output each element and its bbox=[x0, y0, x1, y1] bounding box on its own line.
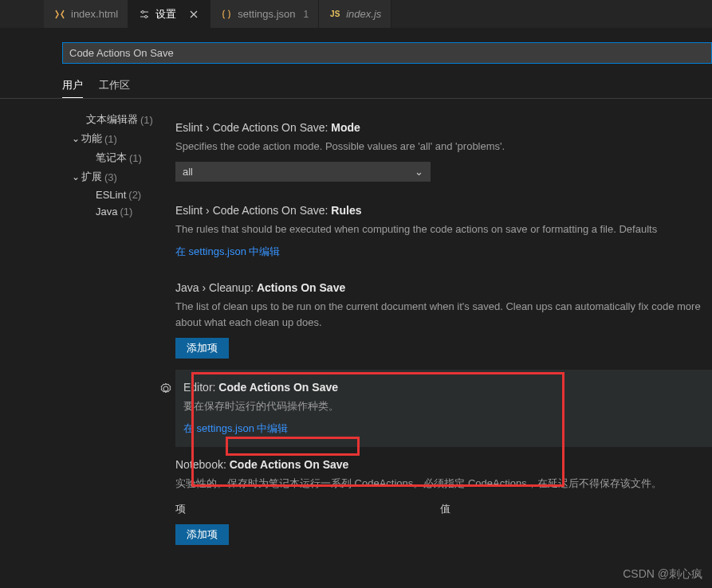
tab-user[interactable]: 用户 bbox=[62, 73, 83, 98]
search-input[interactable] bbox=[62, 42, 712, 64]
sidebar-item-eslint[interactable]: ESLint (2) bbox=[72, 186, 159, 203]
count-badge: (2) bbox=[128, 189, 141, 201]
gear-icon[interactable] bbox=[159, 382, 172, 395]
settings-list: Eslint › Code Actions On Save: Mode Spec… bbox=[159, 110, 712, 556]
sidebar-item-extensions[interactable]: ⌄ 扩展 (3) bbox=[72, 167, 159, 186]
sidebar-item-label: 文本编辑器 bbox=[86, 112, 138, 127]
js-icon: JS bbox=[328, 8, 341, 21]
sliders-icon bbox=[138, 8, 151, 21]
sidebar-item-label: 扩展 bbox=[81, 170, 102, 184]
settings-tree: 文本编辑器 (1) ⌄ 功能 (1) 笔记本 (1) ⌄ 扩展 (3) ESLi… bbox=[0, 110, 159, 556]
tabs-spacer bbox=[0, 0, 44, 28]
setting-title: Eslint › Code Actions On Save: Rules bbox=[175, 204, 704, 217]
setting-title: Eslint › Code Actions On Save: Mode bbox=[175, 121, 704, 134]
tab-label: index.js bbox=[346, 8, 381, 20]
count-badge: (1) bbox=[129, 152, 142, 164]
sidebar-item-java[interactable]: Java (1) bbox=[72, 203, 159, 220]
tab-label: index.html bbox=[71, 8, 118, 20]
setting-description: Specifies the code action mode. Possible… bbox=[175, 139, 704, 155]
tab-label: settings.json bbox=[238, 8, 295, 20]
setting-editor-code-actions: Editor: Code Actions On Save 要在保存时运行的代码操… bbox=[175, 370, 712, 447]
edit-in-settings-json-link[interactable]: 在 settings.json 中编辑 bbox=[183, 422, 289, 434]
setting-description: The list of clean ups to be run on the c… bbox=[175, 299, 704, 332]
tab-settings[interactable]: 设置 bbox=[128, 0, 210, 28]
watermark: CSDN @刺心疯 bbox=[623, 567, 702, 582]
settings-scope-tabs: 用户 工作区 bbox=[0, 73, 712, 99]
editor-tabs-bar: index.html 设置 settings.json 1 JS index.j… bbox=[0, 0, 712, 28]
mode-dropdown[interactable]: all ⌄ bbox=[175, 162, 431, 182]
chevron-down-icon: ⌄ bbox=[72, 133, 81, 144]
setting-eslint-mode: Eslint › Code Actions On Save: Mode Spec… bbox=[175, 110, 712, 193]
setting-description: 实验性的。保存时为笔记本运行一系列 CodeActions。必须指定 CodeA… bbox=[175, 476, 704, 492]
count-badge: (1) bbox=[140, 114, 153, 126]
col-value: 值 bbox=[440, 499, 705, 519]
tab-index-html[interactable]: index.html bbox=[44, 0, 128, 28]
setting-description: The rules that should be executed when c… bbox=[175, 221, 704, 238]
dropdown-value: all bbox=[183, 166, 193, 178]
html-icon bbox=[53, 8, 66, 21]
sidebar-item-label: ESLint bbox=[96, 189, 126, 201]
tab-index-js[interactable]: JS index.js bbox=[319, 0, 391, 28]
chevron-down-icon: ⌄ bbox=[72, 171, 81, 182]
tab-workspace[interactable]: 工作区 bbox=[99, 73, 130, 98]
setting-description: 要在保存时运行的代码操作种类。 bbox=[183, 398, 704, 415]
setting-eslint-rules: Eslint › Code Actions On Save: Rules The… bbox=[175, 193, 712, 270]
sidebar-item-features[interactable]: ⌄ 功能 (1) bbox=[72, 129, 159, 148]
modified-indicator: 1 bbox=[304, 9, 309, 20]
svg-point-1 bbox=[142, 10, 144, 13]
count-badge: (1) bbox=[104, 133, 117, 145]
add-item-button[interactable]: 添加项 bbox=[175, 338, 229, 359]
sidebar-item-label: Java bbox=[96, 206, 117, 218]
tab-label: 设置 bbox=[155, 7, 176, 22]
close-icon[interactable] bbox=[187, 8, 200, 21]
sidebar-item-notebook[interactable]: 笔记本 (1) bbox=[72, 148, 159, 167]
setting-notebook-code-actions: Notebook: Code Actions On Save 实验性的。保存时为… bbox=[175, 447, 712, 556]
chevron-down-icon: ⌄ bbox=[415, 166, 423, 178]
setting-title: Java › Cleanup: Actions On Save bbox=[175, 281, 704, 294]
sidebar-item-text-editor[interactable]: 文本编辑器 (1) bbox=[72, 110, 159, 129]
add-item-button[interactable]: 添加项 bbox=[175, 524, 229, 545]
json-icon bbox=[220, 8, 233, 21]
count-badge: (1) bbox=[120, 206, 132, 218]
sidebar-item-label: 功能 bbox=[81, 131, 102, 146]
setting-title: Notebook: Code Actions On Save bbox=[175, 458, 704, 471]
setting-java-cleanup: Java › Cleanup: Actions On Save The list… bbox=[175, 270, 712, 370]
settings-search-wrap bbox=[0, 28, 712, 73]
svg-point-3 bbox=[145, 15, 148, 18]
setting-title: Editor: Code Actions On Save bbox=[183, 381, 704, 394]
count-badge: (3) bbox=[104, 171, 117, 183]
sidebar-item-label: 笔记本 bbox=[96, 151, 127, 165]
col-item: 项 bbox=[175, 499, 440, 519]
edit-in-settings-json-link[interactable]: 在 settings.json 中编辑 bbox=[175, 245, 281, 257]
table-header: 项 值 bbox=[175, 499, 704, 519]
tab-settings-json[interactable]: settings.json 1 bbox=[210, 0, 319, 28]
